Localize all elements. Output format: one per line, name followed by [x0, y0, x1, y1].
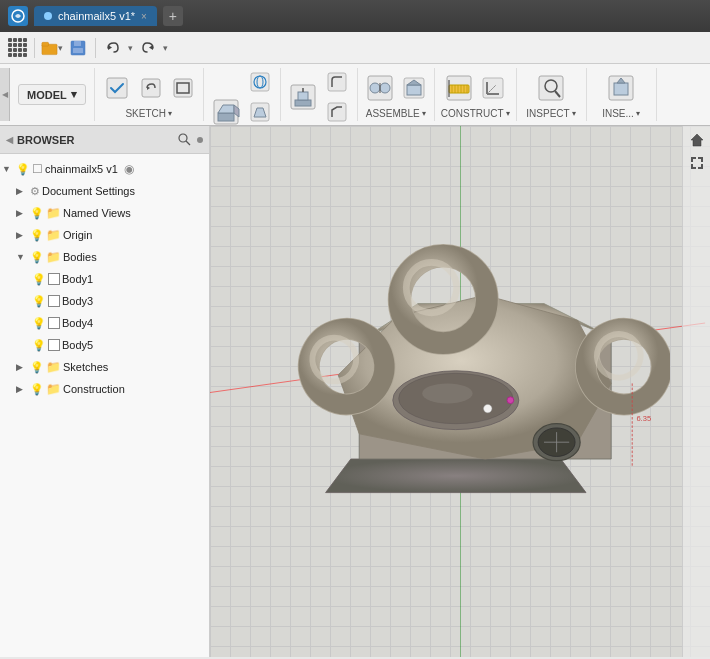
modify-chamfer-button[interactable] — [323, 98, 351, 126]
sketch-finish-button[interactable] — [101, 72, 133, 104]
assemble-icons — [364, 68, 428, 108]
redo-dropdown[interactable]: ▾ — [163, 43, 168, 53]
undo-button[interactable] — [102, 37, 124, 59]
tree-item-origin[interactable]: ▶ 💡 📁 Origin — [0, 224, 209, 246]
model-3d-view: 6.35 — [250, 136, 670, 656]
construct-label[interactable]: CONSTRUCT ▾ — [441, 108, 510, 121]
assemble-label[interactable]: ASSEMBLE ▾ — [366, 108, 426, 121]
app-icon — [8, 6, 28, 26]
modify-small-icons — [323, 68, 351, 126]
insert-icon — [606, 73, 636, 103]
tree-gear-icon: ⚙ — [30, 185, 40, 198]
inspect-label[interactable]: INSPECT ▾ — [526, 108, 575, 121]
tree-item-body4[interactable]: 💡 Body4 — [0, 312, 209, 334]
construct-plane-button[interactable] — [443, 72, 475, 104]
assemble-joint-button[interactable] — [364, 72, 396, 104]
ribbon-section-sketch: SKETCH ▾ — [95, 68, 204, 121]
add-tab-button[interactable]: + — [163, 6, 183, 26]
construct-dropdown-arrow: ▾ — [506, 109, 510, 118]
modify-fillet-button[interactable] — [323, 68, 351, 96]
tree-doc-icon: ☐ — [32, 162, 43, 176]
model-dropdown-button[interactable]: MODEL ▾ — [18, 84, 86, 105]
modify-press-pull-button[interactable] — [287, 81, 319, 113]
toolbar-separator-1 — [34, 38, 35, 58]
tree-bulb-construction: 💡 — [30, 383, 44, 396]
tree-item-named-views[interactable]: ▶ 💡 📁 Named Views — [0, 202, 209, 224]
inspect-measure-button[interactable] — [535, 72, 567, 104]
apps-grid-button[interactable] — [6, 37, 28, 59]
tree-item-bodies[interactable]: ▼ 💡 📁 Bodies — [0, 246, 209, 268]
browser-search-button[interactable] — [177, 132, 191, 148]
inspect-measure-icon — [536, 73, 566, 103]
browser-search-icon — [177, 132, 191, 146]
svg-rect-9 — [142, 79, 160, 97]
tree-item-root[interactable]: ▼ 💡 ☐ chainmailx5 v1 ◉ — [0, 158, 209, 180]
insert-button[interactable] — [605, 72, 637, 104]
tree-label-body4: Body4 — [62, 317, 93, 329]
tree-box-body4 — [48, 317, 60, 329]
close-tab-button[interactable]: × — [141, 11, 147, 22]
active-tab[interactable]: chainmailx5 v1* × — [34, 6, 157, 26]
create-revolve-button[interactable] — [246, 68, 274, 96]
ribbon-section-inspect: INSPECT ▾ — [517, 68, 587, 121]
insert-label[interactable]: INSE... ▾ — [602, 108, 640, 121]
tree-item-body1[interactable]: 💡 Body1 — [0, 268, 209, 290]
create-extrude-button[interactable] — [210, 96, 242, 126]
create-loft-button[interactable] — [246, 98, 274, 126]
tree-bulb-sketches: 💡 — [30, 361, 44, 374]
create-small-icons — [246, 68, 274, 126]
assemble-component-button[interactable] — [400, 74, 428, 102]
svg-point-68 — [507, 397, 514, 404]
tree-box-body1 — [48, 273, 60, 285]
view-fit-button[interactable] — [687, 153, 707, 173]
svg-rect-4 — [74, 41, 81, 46]
redo-icon — [140, 40, 156, 56]
tree-item-body3[interactable]: 💡 Body3 — [0, 290, 209, 312]
tree-label-body3: Body3 — [62, 295, 93, 307]
tree-bulb-origin: 💡 — [30, 229, 44, 242]
browser-options-button[interactable] — [197, 137, 203, 143]
view-home-button[interactable] — [687, 130, 707, 150]
sketch-rectangle-button[interactable] — [169, 74, 197, 102]
tree-item-doc-settings[interactable]: ▶ ⚙ Document Settings — [0, 180, 209, 202]
construct-plane-icon — [444, 73, 474, 103]
construct-axis-button[interactable] — [479, 74, 507, 102]
sketch-undo-button[interactable] — [137, 74, 165, 102]
svg-rect-14 — [218, 113, 234, 121]
svg-point-31 — [380, 83, 390, 93]
viewport[interactable]: 6.35 — [210, 126, 710, 657]
tree-box-body3 — [48, 295, 60, 307]
tree-label-named-views: Named Views — [63, 207, 131, 219]
titlebar: chainmailx5 v1* × + — [0, 0, 710, 32]
tree-item-construction[interactable]: ▶ 💡 📁 Construction — [0, 378, 209, 400]
sketch-finish-icon — [103, 74, 131, 102]
tree-label-origin: Origin — [63, 229, 92, 241]
tree-eye-root: ◉ — [124, 162, 134, 176]
tree-label-root: chainmailx5 v1 — [45, 163, 118, 175]
folder-dropdown-arrow: ▾ — [58, 43, 63, 53]
tree-label-sketches: Sketches — [63, 361, 108, 373]
press-pull-icon — [288, 82, 318, 112]
browser-collapse-arrow[interactable]: ◀ — [6, 135, 13, 145]
sketch-label[interactable]: SKETCH ▾ — [125, 108, 172, 121]
fit-icon — [689, 155, 705, 171]
tree-item-sketches[interactable]: ▶ 💡 📁 Sketches — [0, 356, 209, 378]
sketch-label-text: SKETCH — [125, 108, 166, 119]
sketch-icons — [101, 68, 197, 108]
svg-rect-28 — [328, 103, 346, 121]
model-label: MODEL — [27, 89, 67, 101]
tree-folder-origin: 📁 — [46, 228, 61, 242]
save-button[interactable] — [67, 37, 89, 59]
tree-bulb-body1: 💡 — [32, 273, 46, 286]
sketch-dropdown-arrow: ▾ — [168, 109, 172, 118]
ribbon-left-handle[interactable]: ◀ — [0, 68, 10, 121]
open-file-button[interactable]: ▾ — [41, 37, 63, 59]
toolbar: ▾ ▾ ▾ — [0, 32, 710, 64]
undo-dropdown[interactable]: ▾ — [128, 43, 133, 53]
tab-status-dot — [44, 12, 52, 20]
ribbon-section-modify: MODIFY ▾ — [281, 68, 358, 121]
svg-marker-57 — [326, 459, 586, 493]
redo-button[interactable] — [137, 37, 159, 59]
tree-item-body5[interactable]: 💡 Body5 — [0, 334, 209, 356]
browser-panel: ◀ BROWSER ▼ 💡 ☐ chainmailx5 v1 ◉ ▶ — [0, 126, 210, 657]
